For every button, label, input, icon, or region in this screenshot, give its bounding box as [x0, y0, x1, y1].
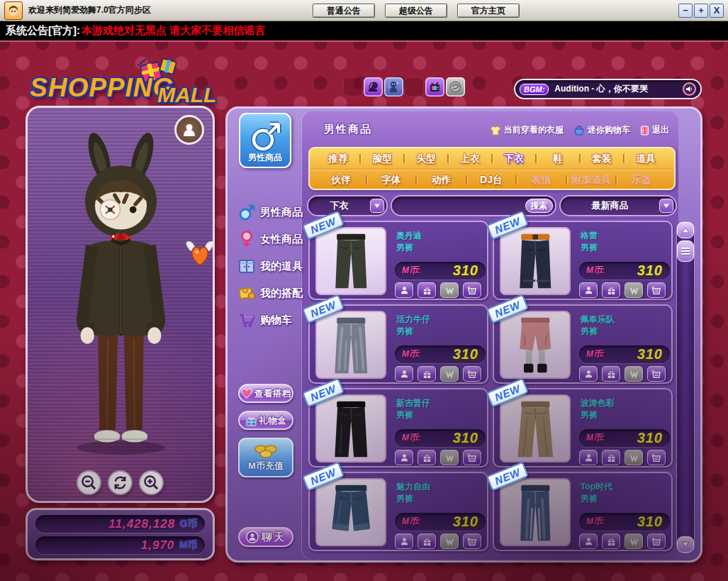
tryon-icon[interactable]	[395, 366, 413, 382]
gold-balance-value: 11,428,128	[108, 517, 175, 531]
normal-announcement-button[interactable]: 普通公告	[313, 4, 375, 18]
mini-cart-link[interactable]: 迷你购物车	[573, 124, 630, 136]
tab-motion[interactable]: 动作	[417, 174, 466, 187]
tab-recommend[interactable]: 推荐	[317, 153, 359, 165]
product-card: NEW 格雷男裤 M币:310	[493, 221, 673, 300]
sidebar-item-my-items[interactable]: 我的道具	[237, 255, 306, 277]
gift-icon[interactable]	[418, 533, 436, 549]
shop-panel: 男性商品 男性商品 当前穿着的衣服 迷你购物车 退出	[225, 106, 702, 563]
price-value: 310	[453, 262, 478, 279]
gift-icon[interactable]	[602, 366, 620, 382]
category-dropdown-arrow-icon[interactable]	[370, 199, 384, 213]
current-outfit-link[interactable]: 当前穿着的衣服	[490, 124, 564, 136]
add-to-cart-icon[interactable]	[647, 282, 666, 298]
maximize-button[interactable]: +	[694, 4, 708, 18]
tryon-icon[interactable]	[395, 533, 413, 549]
product-image[interactable]	[500, 311, 571, 379]
companion-icon[interactable]	[384, 77, 403, 96]
exit-link[interactable]: 退出	[640, 124, 669, 136]
window-titlebar: 欢迎来到简爱劲舞7.0官方同步区 普通公告 超级公告 官方主页 − + X	[0, 0, 728, 21]
sidebar-item-male-goods[interactable]: 男性商品	[237, 201, 306, 223]
gift-icon[interactable]	[602, 450, 620, 465]
gift-box-button[interactable]: 礼物盒	[238, 411, 293, 430]
zoom-out-icon[interactable]	[78, 472, 100, 494]
male-category-badge[interactable]: 男性商品	[239, 113, 291, 168]
official-homepage-button[interactable]: 官方主页	[457, 4, 520, 18]
gift-icon[interactable]	[418, 450, 436, 465]
gold-currency-label: G币	[180, 518, 198, 531]
tryon-icon[interactable]	[579, 282, 598, 298]
product-image[interactable]	[315, 311, 386, 379]
add-to-cart-icon[interactable]	[647, 533, 666, 549]
product-image[interactable]	[500, 394, 571, 463]
category-dropdown[interactable]: 下衣	[308, 197, 386, 215]
tab-hair[interactable]: 头型	[405, 153, 447, 165]
tv-icon[interactable]	[425, 77, 444, 96]
product-name: 奥丹迪男裤	[396, 230, 422, 254]
sidebar-item-cart[interactable]: 购物车	[237, 309, 306, 331]
profile-avatar-icon[interactable]	[174, 115, 204, 145]
sort-dropdown-arrow-icon[interactable]	[659, 199, 673, 213]
scrollbar-track	[677, 222, 694, 553]
tab-instrument[interactable]: 乐器	[617, 174, 666, 187]
zoom-in-icon[interactable]	[140, 472, 162, 494]
gold-balance-row: 11,428,128 G币	[35, 515, 205, 533]
sort-dropdown[interactable]: 最新商品	[561, 197, 676, 215]
tab-face[interactable]: 脸型	[361, 153, 403, 165]
tab-font[interactable]: 字体	[367, 174, 416, 187]
product-image[interactable]	[315, 227, 386, 295]
chat-button[interactable]: 聊天	[238, 527, 293, 547]
scrollbar-thumb[interactable]	[677, 240, 694, 262]
female-symbol-icon	[237, 230, 256, 248]
add-to-cart-icon[interactable]	[463, 366, 481, 382]
minimize-button[interactable]: −	[678, 4, 693, 18]
product-image[interactable]	[315, 478, 386, 546]
tab-extra-props[interactable]: 附加道具	[567, 174, 616, 187]
gift-icon[interactable]	[418, 366, 436, 382]
logo-word-shopping: SHOPPING	[30, 73, 174, 103]
add-to-cart-icon[interactable]	[647, 366, 666, 382]
tryon-icon[interactable]	[395, 282, 413, 298]
gift-icon[interactable]	[602, 282, 620, 298]
gift-icon[interactable]	[418, 282, 436, 298]
add-to-cart-icon[interactable]	[463, 282, 481, 298]
tab-dj[interactable]: DJ台	[467, 174, 516, 187]
scroll-up-icon[interactable]	[677, 222, 694, 238]
rotate-icon[interactable]	[109, 472, 131, 494]
tab-bottoms-selected[interactable]: 下衣	[493, 153, 535, 165]
dimmed-slot-icon[interactable]	[343, 77, 362, 96]
search-box: 搜索	[392, 197, 555, 215]
add-to-cart-icon[interactable]	[463, 533, 481, 549]
mcoin-recharge-button[interactable]: M币充值	[238, 438, 293, 477]
sidebar-item-my-outfits[interactable]: 我的搭配	[237, 282, 306, 304]
gift-icon[interactable]	[602, 533, 620, 549]
main-area: SHOPPING MALL BGM: Audition - 心，你不要哭	[0, 40, 728, 581]
tab-sets[interactable]: 套装	[581, 153, 623, 165]
tab-emotion[interactable]: 表情	[517, 174, 566, 187]
tryon-icon[interactable]	[579, 533, 598, 549]
tab-shoes[interactable]: 鞋	[537, 153, 579, 165]
add-to-cart-icon[interactable]	[463, 450, 481, 465]
product-image[interactable]	[315, 394, 386, 463]
tryon-icon[interactable]	[579, 450, 598, 465]
tab-partner[interactable]: 伙伴	[317, 174, 366, 187]
mask-icon[interactable]	[446, 77, 465, 96]
search-input[interactable]	[398, 198, 525, 214]
scroll-down-icon[interactable]	[677, 536, 694, 553]
price-bar: M币:310	[395, 262, 486, 280]
search-button[interactable]: 搜索	[525, 199, 553, 213]
super-announcement-button[interactable]: 超级公告	[385, 4, 447, 18]
product-image[interactable]	[500, 478, 571, 546]
tryon-icon[interactable]	[395, 450, 413, 465]
gramophone-icon[interactable]	[364, 77, 383, 96]
sidebar-item-female-goods[interactable]: 女性商品	[237, 228, 306, 250]
view-partner-button[interactable]: 查看搭档	[238, 384, 293, 403]
tab-tops[interactable]: 上衣	[449, 153, 491, 165]
dimmed-star-icon[interactable]	[405, 77, 424, 96]
tab-props[interactable]: 道具	[625, 153, 667, 165]
add-to-cart-icon[interactable]	[647, 450, 666, 465]
tryon-icon[interactable]	[579, 366, 598, 382]
product-image[interactable]	[500, 227, 571, 295]
close-button[interactable]: X	[710, 4, 724, 18]
speaker-icon[interactable]	[683, 82, 696, 96]
